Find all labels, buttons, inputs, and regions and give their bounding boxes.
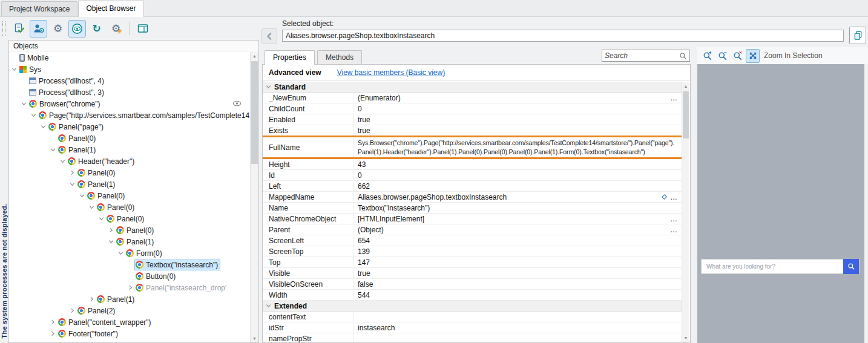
tree-item-panel-0[interactable]: Panel(0) [9,224,250,236]
tab-methods[interactable]: Methods [317,50,362,64]
scroll-up-arrow-icon[interactable]: ▲ [251,52,258,60]
property-row-fullname[interactable]: FullNameSys.Browser("chrome").Page("http… [263,136,682,159]
tab-properties[interactable]: Properties [265,50,315,65]
tree-scrollbar[interactable]: ▲ ▼ [250,52,258,342]
tree-item-header-header[interactable]: Header("header") [9,155,250,167]
chevron-collapsed-icon[interactable] [50,330,56,337]
tree-item-panel-page[interactable]: Panel("page") [9,121,250,132]
mapped-object-diamond-icon[interactable] [661,194,668,200]
chevron-expanded-icon[interactable] [108,238,114,245]
toolbar-grip-handle[interactable] [2,21,5,36]
tree-item-panel-0[interactable]: Panel(0) [9,132,250,144]
tree-item-button-0[interactable]: Button(0) [9,270,250,282]
property-row-visibleonscreen[interactable]: VisibleOnScreenfalse [263,279,682,290]
chevron-expanded-icon[interactable] [40,123,47,130]
tree-item-panel-1[interactable]: Panel(1) [9,293,250,305]
chevron-collapsed-icon[interactable] [127,284,134,291]
ellipsis-button[interactable]: … [670,215,678,223]
tree-item-panel-0[interactable]: Panel(0) [9,167,250,178]
property-row-width[interactable]: Width544 [263,290,682,301]
tree-item-textbox-instasearch[interactable]: Textbox("instasearch") [9,259,250,270]
chevron-collapsed-icon[interactable] [50,319,56,325]
chevron-collapsed-icon[interactable] [69,169,76,176]
tree-item-panel-content-wrapper[interactable]: Panel("content_wrapper") [9,316,250,328]
chevron-expanded-icon[interactable] [117,250,124,256]
chevron-expanded-icon[interactable] [50,146,56,153]
run-settings-button[interactable]: ⚙ [107,20,125,38]
property-row-id[interactable]: Id0 [263,170,682,181]
property-search-input[interactable] [605,51,679,60]
property-row-newenum[interactable]: _NewEnum(Enumerator)… [263,93,682,103]
scroll-down-arrow-icon[interactable]: ▼ [682,334,689,342]
section-header-standard[interactable]: Standard [263,82,682,93]
property-row-name[interactable]: NameTextbox("instasearch") [263,203,682,214]
chevron-expanded-icon[interactable] [88,204,95,211]
tab-project-workspace[interactable]: Project Workspace [1,1,77,16]
chevron-expanded-icon[interactable] [30,112,37,119]
ellipsis-button[interactable]: … [670,194,678,201]
map-object-button[interactable] [30,20,47,38]
chevron-collapsed-icon[interactable] [69,307,76,314]
property-row-screentop[interactable]: ScreenTop139 [263,246,682,257]
property-row-nativechromeobject[interactable]: NativeChromeObject[HTMLInputElement]… [263,214,682,224]
property-row-namepropstr[interactable]: namePropStr [263,333,682,342]
tab-object-browser[interactable]: Object Browser [78,1,143,17]
tree-item-browser-chrome[interactable]: Browser("chrome") [9,98,250,109]
scroll-down-arrow-icon[interactable]: ▼ [251,335,258,342]
property-row-childcount[interactable]: ChildCount0 [263,103,682,114]
grid-scrollbar[interactable]: ▲ ▼ [682,82,689,342]
chevron-collapsed-icon[interactable] [88,296,95,302]
property-row-parent[interactable]: Parent(Object)… [263,224,682,235]
scrollbar-thumb[interactable] [683,91,689,139]
ellipsis-button[interactable]: … [670,94,678,102]
tree-item-panel-1[interactable]: Panel(1) [9,178,250,190]
tree-item-sys[interactable]: Sys [9,64,250,75]
tree-item-mobile[interactable]: Mobile [9,52,250,64]
highlight-eye-icon[interactable] [232,100,242,106]
tree-item-footer-footer[interactable]: Footer("footer") [9,328,250,339]
section-header-extended[interactable]: Extended [263,301,682,312]
property-row-screenleft[interactable]: ScreenLeft654 [263,235,682,246]
property-row-height[interactable]: Height43 [263,159,682,170]
refresh-button[interactable]: ↻ [88,20,105,38]
chevron-expanded-icon[interactable] [11,66,18,73]
scrollbar-thumb[interactable] [251,61,258,164]
tree-item-panel-2[interactable]: Panel(2) [9,305,250,316]
settings-button[interactable]: ⚙ [49,20,67,38]
show-panel-button[interactable] [134,20,151,38]
tree-item-panel-0[interactable]: Panel(0) [9,213,250,224]
tree-item-process-dllhost-4[interactable]: Process("dllhost", 4) [9,75,250,87]
tree-item-panel-0[interactable]: Panel(0) [9,190,250,201]
tree-item-panel-0[interactable]: Panel(0) [9,201,250,213]
chevron-expanded-icon[interactable] [59,158,66,165]
chevron-expanded-icon[interactable] [79,192,85,199]
ellipsis-button[interactable]: … [670,226,678,234]
property-row-idstr[interactable]: idStrinstasearch [263,322,682,333]
property-row-mappedname[interactable]: MappedNameAliases.browser.pageShop.textb… [263,192,682,203]
zoom-in-button[interactable] [700,49,714,63]
property-row-top[interactable]: Top147 [263,257,682,268]
chevron-collapsed-icon[interactable] [108,227,114,234]
zoom-reset-button[interactable] [731,49,745,63]
property-row-enabled[interactable]: Enabledtrue [263,114,682,125]
tree-item-page-http-services-smartbear-com-samples-testcomplete14-s[interactable]: Page("http://services.smartbear.com/samp… [9,109,250,121]
property-row-visible[interactable]: Visibletrue [263,268,682,279]
zoom-out-button[interactable] [715,49,729,63]
property-row-left[interactable]: Left662 [263,181,682,192]
copy-button[interactable] [849,27,866,44]
chevron-expanded-icon[interactable] [69,181,76,188]
tree-item-form-0[interactable]: Form(0) [9,247,250,259]
tree-item-process-dllhost-3[interactable]: Process("dllhost", 3) [9,87,250,98]
basic-view-link[interactable]: View basic members (Basic view) [337,68,446,77]
property-row-contenttext[interactable]: contentText [263,312,682,322]
tree-item-panel-1[interactable]: Panel(1) [9,236,250,247]
tree-item-panel-instasearch-drop[interactable]: Panel("instasearch_drop' [9,282,250,293]
selected-object-input[interactable] [282,30,844,42]
tree-item-panel-1[interactable]: Panel(1) [9,144,250,155]
zoom-in-selection-button[interactable] [746,49,760,63]
property-row-exists[interactable]: Existstrue [263,125,682,136]
add-checked-object-button[interactable] [10,20,28,38]
chevron-expanded-icon[interactable] [98,215,105,222]
chevron-expanded-icon[interactable] [21,100,27,107]
back-button[interactable] [261,28,277,44]
